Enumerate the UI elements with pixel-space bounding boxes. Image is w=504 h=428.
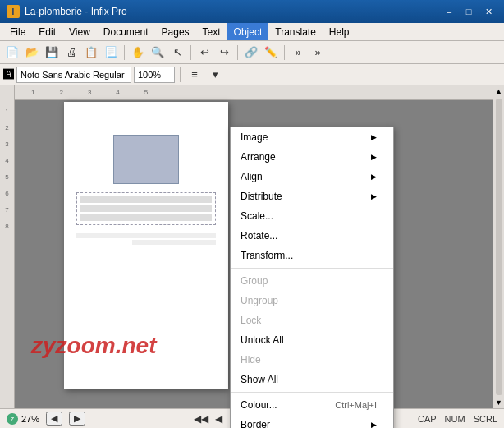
extra-button[interactable]: »: [309, 44, 327, 62]
menu-item-transform[interactable]: Transform...: [231, 246, 393, 265]
menu-edit[interactable]: Edit: [32, 23, 62, 40]
submenu-arrow: ▶: [371, 153, 377, 161]
zoom-level: 27%: [21, 414, 39, 424]
open-button[interactable]: 📂: [23, 44, 41, 62]
menu-separator-2: [231, 392, 393, 393]
ruler-left: 12345678: [0, 85, 15, 408]
document-page: [64, 102, 228, 389]
shortcut-colour: Ctrl+Maj+I: [335, 400, 377, 410]
cap-indicator: CAP: [418, 414, 437, 424]
minimize-button[interactable]: –: [440, 4, 458, 19]
pen-button[interactable]: ✏️: [262, 44, 280, 62]
window-title: La-plomberie - Infix Pro: [25, 6, 127, 17]
menu-separator-1: [231, 268, 393, 269]
main-area: 12345678 12345 zyzoom.net ▲ ▼: [0, 85, 504, 408]
submenu-arrow: ▶: [371, 133, 377, 141]
submenu-arrow: ▶: [371, 192, 377, 200]
menu-pages[interactable]: Pages: [155, 23, 196, 40]
menu-item-arrange[interactable]: Arrange ▶: [231, 147, 393, 167]
save-button[interactable]: 💾: [43, 44, 61, 62]
menu-item-rotate[interactable]: Rotate...: [231, 226, 393, 246]
menu-item-colour[interactable]: Colour... Ctrl+Maj+I: [231, 395, 393, 415]
menu-view[interactable]: View: [62, 23, 97, 40]
sep2: [190, 45, 191, 60]
font-size-input[interactable]: [134, 67, 175, 83]
sep5: [180, 67, 181, 82]
ruler-top: 12345: [15, 85, 493, 100]
menu-item-scale[interactable]: Scale...: [231, 206, 393, 226]
align-icon[interactable]: ≡: [186, 66, 204, 84]
menu-item-group[interactable]: Group: [231, 271, 393, 291]
zoom-out-button[interactable]: ◀: [46, 412, 62, 426]
menu-object[interactable]: Object: [227, 23, 269, 40]
menu-item-align[interactable]: Align ▶: [231, 167, 393, 186]
toolbar-main: 📄 📂 💾 🖨 📋 📃 ✋ 🔍 ↖ ↩ ↪ 🔗 ✏️ » »: [0, 41, 504, 64]
num-indicator: NUM: [445, 414, 465, 424]
print-button[interactable]: 🖨: [62, 44, 80, 62]
font-name-input[interactable]: [16, 67, 131, 83]
window-controls: – □ ✕: [440, 4, 497, 19]
submenu-arrow: ▶: [371, 173, 377, 181]
first-page-button[interactable]: ◀◀: [194, 412, 208, 426]
redo-button[interactable]: ↪: [215, 44, 233, 62]
hand-tool[interactable]: ✋: [129, 44, 147, 62]
title-bar-left: I La-plomberie - Infix Pro: [7, 5, 127, 18]
maximize-button[interactable]: □: [460, 4, 478, 19]
toolbar-font: 🅰 ≡ ▾: [0, 64, 504, 85]
menu-help[interactable]: Help: [323, 23, 356, 40]
menu-text[interactable]: Text: [196, 23, 227, 40]
more-button[interactable]: »: [289, 44, 307, 62]
scrollbar-vertical[interactable]: ▲ ▼: [493, 85, 504, 408]
list-style-icon[interactable]: ▾: [206, 66, 224, 84]
submenu-arrow: ▶: [371, 421, 377, 428]
menu-file[interactable]: File: [3, 23, 32, 40]
menu-item-distribute[interactable]: Distribute ▶: [231, 186, 393, 206]
menu-translate[interactable]: Translate: [268, 23, 323, 40]
title-bar: I La-plomberie - Infix Pro – □ ✕: [0, 0, 504, 23]
close-button[interactable]: ✕: [479, 4, 497, 19]
sep3: [237, 45, 238, 60]
new-button[interactable]: 📄: [3, 44, 21, 62]
zoom-tool[interactable]: 🔍: [149, 44, 167, 62]
scrl-indicator: SCRL: [474, 414, 497, 424]
menu-bar: File Edit View Document Pages Text Objec…: [0, 23, 504, 41]
undo-button[interactable]: ↩: [195, 44, 213, 62]
sep4: [284, 45, 285, 60]
copy-button[interactable]: 📋: [82, 44, 100, 62]
app-icon: I: [7, 5, 20, 18]
menu-item-hide[interactable]: Hide: [231, 350, 393, 370]
sep1: [124, 45, 125, 60]
menu-item-lock[interactable]: Lock: [231, 311, 393, 330]
menu-document[interactable]: Document: [97, 23, 155, 40]
prev-page-button[interactable]: ◀: [212, 412, 227, 426]
select-tool[interactable]: ↖: [168, 44, 186, 62]
zoom-indicator: z 27%: [7, 413, 39, 425]
menu-item-image[interactable]: Image ▶: [231, 127, 393, 147]
menu-item-unlock-all[interactable]: Unlock All: [231, 330, 393, 350]
menu-item-show-all[interactable]: Show All: [231, 370, 393, 389]
font-icon: 🅰: [3, 68, 14, 81]
menu-item-ungroup[interactable]: Ungroup: [231, 291, 393, 311]
zoom-in-button[interactable]: ▶: [69, 412, 85, 426]
zoom-icon: z: [7, 413, 18, 425]
status-indicators: CAP NUM SCRL: [418, 414, 497, 424]
object-menu: Image ▶ Arrange ▶ Align ▶ Distribute ▶ S…: [230, 127, 394, 428]
menu-item-border[interactable]: Border ▶: [231, 415, 393, 428]
paste-button[interactable]: 📃: [102, 44, 120, 62]
link-button[interactable]: 🔗: [242, 44, 260, 62]
